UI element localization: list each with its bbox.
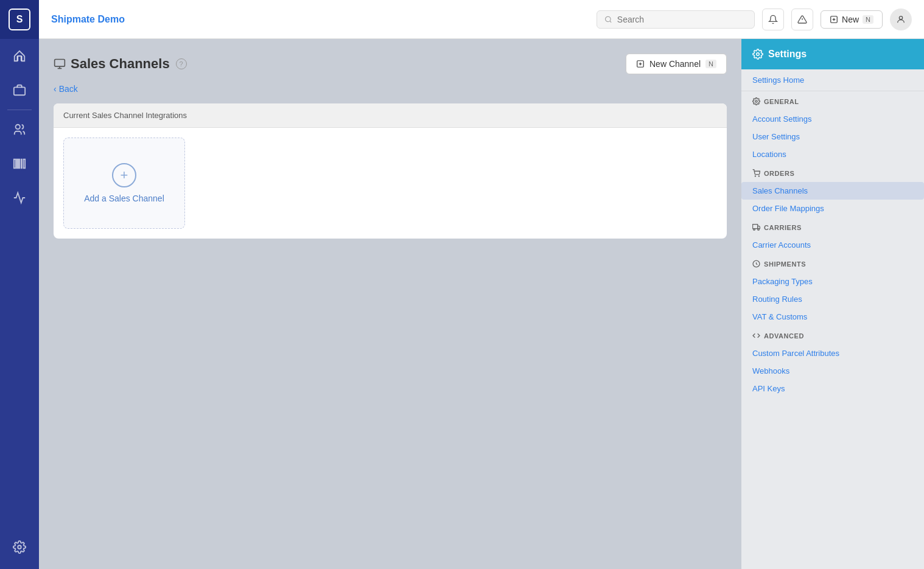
sales-channels-icon bbox=[54, 58, 66, 70]
svg-point-20 bbox=[755, 100, 757, 102]
settings-section-orders: ORDERS bbox=[741, 163, 924, 182]
search-input[interactable] bbox=[617, 15, 747, 24]
settings-link-account[interactable]: Account Settings bbox=[741, 110, 924, 128]
main-content: Sales Channels ? New Channel N ‹ Back Cu… bbox=[39, 39, 741, 569]
main-area: Shipmate Demo New N Sale bbox=[39, 0, 924, 569]
settings-section-title-orders: ORDERS bbox=[752, 169, 913, 177]
svg-rect-5 bbox=[21, 159, 22, 169]
channel-card-header: Current Sales Channel Integrations bbox=[54, 103, 727, 128]
channel-card-body: + Add a Sales Channel bbox=[54, 128, 727, 239]
settings-section-general: GENERAL bbox=[741, 91, 924, 110]
nav-settings[interactable] bbox=[0, 530, 39, 564]
settings-link-api-keys[interactable]: API Keys bbox=[741, 380, 924, 397]
left-sidebar: S bbox=[0, 0, 39, 569]
nav-analytics[interactable] bbox=[0, 181, 39, 215]
svg-point-7 bbox=[18, 545, 21, 549]
search-icon bbox=[604, 15, 612, 24]
alert-btn[interactable] bbox=[791, 9, 813, 30]
settings-section-title-carriers: CARRIERS bbox=[752, 223, 913, 231]
svg-point-21 bbox=[755, 176, 755, 176]
settings-header-title: Settings bbox=[768, 49, 807, 60]
svg-rect-2 bbox=[14, 159, 16, 169]
page-title-area: Sales Channels ? bbox=[54, 56, 187, 72]
add-circle-icon: + bbox=[112, 163, 136, 187]
settings-gear-icon bbox=[752, 49, 763, 60]
right-sidebar: Settings Settings Home GENERAL Account S… bbox=[741, 39, 924, 569]
svg-rect-0 bbox=[14, 87, 25, 95]
svg-point-14 bbox=[899, 16, 902, 19]
settings-link-locations[interactable]: Locations bbox=[741, 145, 924, 163]
settings-link-webhooks[interactable]: Webhooks bbox=[741, 362, 924, 380]
topbar: Shipmate Demo New N bbox=[39, 0, 924, 39]
user-avatar[interactable] bbox=[890, 9, 912, 30]
svg-rect-3 bbox=[16, 159, 17, 169]
new-channel-icon bbox=[636, 60, 645, 68]
settings-header: Settings bbox=[741, 39, 924, 69]
settings-section-advanced: ADVANCED bbox=[741, 326, 924, 344]
settings-section-carriers: CARRIERS bbox=[741, 217, 924, 236]
content-area: Sales Channels ? New Channel N ‹ Back Cu… bbox=[39, 39, 924, 569]
alert-icon bbox=[797, 15, 807, 24]
nav-shipments[interactable] bbox=[0, 73, 39, 107]
settings-link-sales-channels[interactable]: Sales Channels bbox=[741, 182, 924, 200]
settings-link-order-file-mappings[interactable]: Order File Mappings bbox=[741, 200, 924, 217]
search-box[interactable] bbox=[597, 10, 755, 29]
new-channel-button[interactable]: New Channel N bbox=[626, 54, 727, 74]
back-link[interactable]: ‹ Back bbox=[54, 84, 727, 94]
svg-rect-23 bbox=[753, 225, 758, 229]
shipments-section-icon bbox=[752, 260, 760, 268]
settings-link-packaging-types[interactable]: Packaging Types bbox=[741, 273, 924, 290]
settings-section-title-advanced: ADVANCED bbox=[752, 332, 913, 340]
add-channel-label: Add a Sales Channel bbox=[84, 194, 164, 203]
bell-icon bbox=[768, 15, 778, 24]
page-title: Sales Channels bbox=[54, 56, 170, 72]
app-title: Shipmate Demo bbox=[51, 14, 589, 25]
settings-section-title-shipments: SHIPMENTS bbox=[752, 260, 913, 268]
advanced-section-icon bbox=[752, 332, 760, 340]
logo-area[interactable]: S bbox=[0, 0, 39, 39]
svg-point-24 bbox=[754, 229, 755, 231]
nav-barcode[interactable] bbox=[0, 147, 39, 181]
add-channel-tile[interactable]: + Add a Sales Channel bbox=[63, 138, 185, 229]
svg-point-25 bbox=[758, 229, 760, 231]
user-icon bbox=[896, 15, 906, 24]
svg-point-22 bbox=[758, 176, 759, 176]
notification-bell-btn[interactable] bbox=[762, 9, 784, 30]
settings-section-shipments: SHIPMENTS bbox=[741, 254, 924, 273]
page-header: Sales Channels ? New Channel N bbox=[54, 54, 727, 74]
svg-rect-4 bbox=[18, 159, 19, 169]
carriers-section-icon bbox=[752, 223, 760, 231]
svg-point-19 bbox=[757, 53, 760, 56]
settings-link-user[interactable]: User Settings bbox=[741, 128, 924, 145]
svg-rect-6 bbox=[23, 159, 25, 169]
svg-point-1 bbox=[16, 125, 20, 129]
settings-link-routing-rules[interactable]: Routing Rules bbox=[741, 290, 924, 308]
app-logo: S bbox=[9, 9, 30, 30]
svg-rect-15 bbox=[55, 60, 65, 67]
nav-users[interactable] bbox=[0, 113, 39, 147]
nav-divider bbox=[7, 110, 32, 110]
channel-card: Current Sales Channel Integrations + Add… bbox=[54, 103, 727, 239]
help-icon[interactable]: ? bbox=[176, 58, 187, 69]
settings-link-custom-parcel[interactable]: Custom Parcel Attributes bbox=[741, 344, 924, 362]
settings-home-link[interactable]: Settings Home bbox=[741, 69, 924, 91]
nav-home[interactable] bbox=[0, 39, 39, 73]
settings-section-title-general: GENERAL bbox=[752, 97, 913, 105]
general-section-icon bbox=[752, 97, 760, 105]
settings-link-carrier-accounts[interactable]: Carrier Accounts bbox=[741, 236, 924, 254]
orders-section-icon bbox=[752, 169, 760, 177]
settings-link-vat-customs[interactable]: VAT & Customs bbox=[741, 308, 924, 326]
new-icon bbox=[830, 15, 838, 24]
new-button[interactable]: New N bbox=[821, 10, 883, 29]
svg-point-8 bbox=[606, 16, 611, 22]
